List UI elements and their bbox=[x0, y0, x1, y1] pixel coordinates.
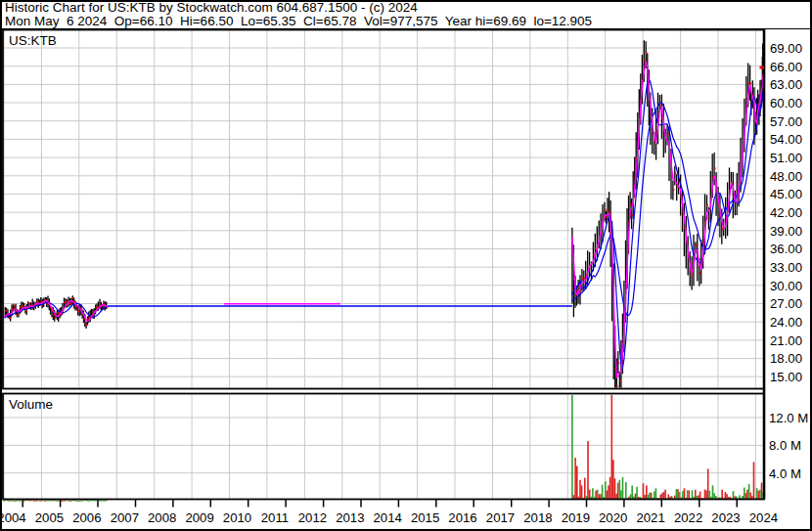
volume-tick-label: 8.0 M bbox=[769, 438, 801, 453]
price-tick-label: 27.00 bbox=[770, 296, 802, 311]
year-label: 2014 bbox=[374, 510, 402, 525]
year-label: 2020 bbox=[599, 510, 627, 525]
price-tick-label: 63.00 bbox=[770, 77, 802, 92]
year-label: 2007 bbox=[111, 510, 139, 525]
price-tick-label: 57.00 bbox=[770, 114, 802, 129]
year-label: 2010 bbox=[223, 510, 251, 525]
volume-tick-label: 12.0 M bbox=[769, 411, 808, 425]
year-label: 2013 bbox=[336, 510, 364, 525]
year-label: 2011 bbox=[261, 510, 289, 525]
year-label: 2005 bbox=[35, 510, 64, 525]
price-tick-label: 54.00 bbox=[770, 132, 802, 147]
price-tick-label: 69.00 bbox=[770, 41, 802, 56]
price-tick-label: 60.00 bbox=[770, 96, 802, 111]
stock-chart-canvas bbox=[0, 0, 812, 531]
price-tick-label: 15.00 bbox=[770, 370, 802, 384]
price-tick-label: 30.00 bbox=[770, 279, 802, 293]
price-tick-label: 51.00 bbox=[770, 151, 802, 165]
year-label: 2009 bbox=[185, 510, 213, 525]
current-price-marker bbox=[760, 66, 765, 69]
year-label: 2017 bbox=[486, 510, 515, 525]
gap-flat-lines bbox=[108, 304, 572, 306]
year-label: 2022 bbox=[674, 510, 702, 525]
price-tick-label: 36.00 bbox=[770, 242, 802, 256]
year-label: 2012 bbox=[298, 510, 327, 525]
year-label: 2008 bbox=[148, 510, 176, 525]
volume-bars bbox=[3, 395, 764, 502]
year-label: 2024 bbox=[749, 510, 778, 525]
year-label: 2015 bbox=[411, 510, 439, 525]
volume-tick-label: 4.0 M bbox=[769, 466, 801, 481]
volume-panel-label: Volume bbox=[9, 397, 53, 412]
symbol-label: US:KTB bbox=[9, 33, 57, 48]
price-tick-label: 39.00 bbox=[770, 224, 802, 239]
price-tick-label: 24.00 bbox=[770, 315, 802, 330]
price-tick-label: 45.00 bbox=[770, 187, 802, 201]
price-tick-label: 48.00 bbox=[770, 169, 802, 184]
year-label: 2006 bbox=[72, 510, 101, 525]
year-label: 2023 bbox=[711, 510, 740, 525]
year-label: 2004 bbox=[0, 510, 26, 525]
price-tick-label: 66.00 bbox=[770, 60, 802, 74]
year-label: 2016 bbox=[448, 510, 476, 525]
price-tick-label: 21.00 bbox=[770, 333, 802, 348]
historic-chart-window: Historic Chart for US:KTB by Stockwatch.… bbox=[0, 0, 812, 531]
price-tick-label: 42.00 bbox=[770, 205, 802, 220]
price-tick-label: 18.00 bbox=[770, 351, 802, 366]
year-label: 2019 bbox=[562, 510, 590, 525]
year-label: 2018 bbox=[523, 510, 552, 525]
year-label: 2021 bbox=[636, 510, 664, 525]
price-tick-label: 33.00 bbox=[770, 260, 802, 275]
